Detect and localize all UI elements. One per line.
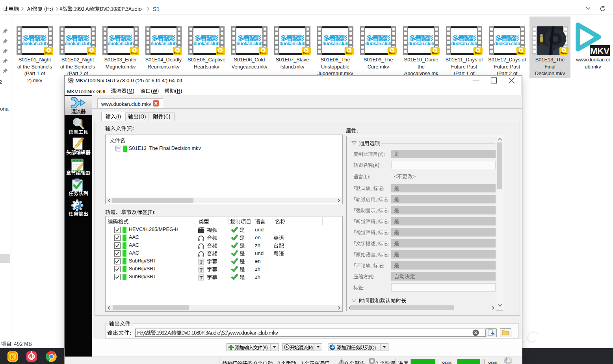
svg-text:K: K	[11, 354, 15, 360]
svg-text:T: T	[199, 259, 202, 265]
svg-text:MKV: MKV	[590, 46, 609, 56]
svg-text:T: T	[199, 275, 202, 281]
svg-text:T: T	[199, 267, 202, 273]
